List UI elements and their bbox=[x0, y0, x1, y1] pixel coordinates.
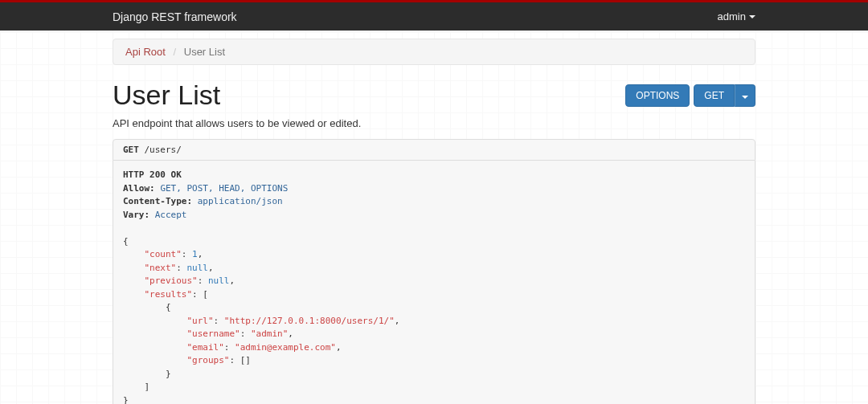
user-menu[interactable]: admin bbox=[718, 10, 755, 22]
options-button[interactable]: OPTIONS bbox=[625, 84, 690, 107]
response-body: HTTP 200 OK Allow: GET, POST, HEAD, OPTI… bbox=[113, 161, 755, 404]
get-dropdown-button[interactable] bbox=[735, 84, 755, 107]
user-menu-label: admin bbox=[718, 10, 746, 22]
breadcrumb-sep: / bbox=[174, 46, 177, 58]
request-path: /users/ bbox=[145, 145, 182, 155]
page-description: API endpoint that allows users to be vie… bbox=[113, 117, 755, 129]
breadcrumb-current: User List bbox=[184, 46, 225, 58]
breadcrumb-root-link[interactable]: Api Root bbox=[125, 46, 166, 58]
chevron-down-icon bbox=[749, 15, 755, 18]
breadcrumb: Api Root / User List bbox=[113, 39, 755, 65]
chevron-down-icon bbox=[742, 96, 748, 99]
page-title: User List bbox=[113, 80, 220, 111]
get-button[interactable]: GET bbox=[694, 84, 735, 107]
navbar: Django REST framework admin bbox=[0, 2, 868, 31]
request-line: GET /users/ bbox=[113, 139, 755, 161]
brand-link[interactable]: Django REST framework bbox=[113, 10, 237, 23]
request-method: GET bbox=[123, 145, 139, 155]
